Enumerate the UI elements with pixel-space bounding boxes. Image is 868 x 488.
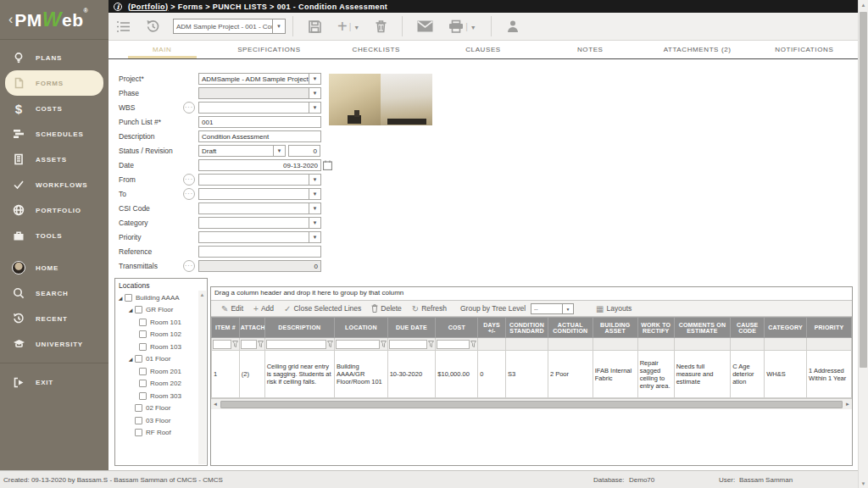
punch-item-row[interactable]: 1 (2) Ceiling grid near entry is sagging… (212, 351, 852, 398)
tree-node-floor[interactable]: ◢GR Floor (115, 304, 207, 317)
add-dropdown-icon[interactable]: ▼ (349, 22, 360, 31)
from-lookup-button[interactable]: ··· (183, 174, 195, 186)
tab-checklists[interactable]: CHECKLISTS (323, 41, 430, 58)
column-header[interactable]: WORK TO RECTIFY (637, 318, 674, 338)
print-button[interactable]: ▼ (448, 19, 476, 33)
category-select[interactable] (198, 217, 309, 229)
print-dropdown-icon[interactable]: ▼ (465, 22, 476, 31)
filter-funnel-icon[interactable] (428, 341, 434, 347)
filter-funnel-icon[interactable] (258, 341, 264, 347)
tree-expander-icon[interactable]: ◢ (117, 295, 124, 301)
column-header[interactable]: PRIORITY (807, 318, 852, 338)
cell-attach-count[interactable]: (2) (239, 351, 264, 398)
chevron-down-icon[interactable]: ▼ (309, 202, 321, 214)
add-row-button[interactable]: +Add (253, 304, 274, 313)
tree-node-room[interactable]: Room 101 (115, 316, 207, 329)
scroll-up-icon[interactable]: ▲ (198, 291, 206, 299)
sidebar-item-costs[interactable]: $ COSTS (0, 96, 108, 121)
photo-thumbnail-1[interactable] (329, 74, 381, 125)
tree-level-value[interactable]: -- (531, 303, 563, 314)
sidebar-item-tools[interactable]: TOOLS (0, 223, 108, 248)
delete-row-button[interactable]: Delete (371, 304, 402, 313)
tab-notes[interactable]: NOTES (537, 41, 643, 58)
project-select[interactable]: ADMSample - ADM Sample Project (198, 73, 309, 85)
transmittals-lookup-button[interactable]: ··· (183, 260, 195, 272)
sidebar-item-university[interactable]: UNIVERSITY (0, 331, 108, 357)
tree-node-room[interactable]: Room 201 (115, 365, 207, 378)
reference-input[interactable] (198, 246, 321, 258)
tree-node-room[interactable]: Room 303 (115, 390, 207, 402)
filter-funnel-icon[interactable] (470, 341, 476, 347)
tree-checkbox[interactable] (125, 294, 132, 302)
add-button[interactable]: +▼ (337, 19, 359, 33)
column-header[interactable]: ACTUAL CONDITION (548, 318, 593, 338)
column-header[interactable]: DESCRIPTION (264, 318, 334, 338)
filter-funnel-icon[interactable] (327, 341, 333, 347)
filter-input[interactable] (336, 340, 380, 349)
priority-select[interactable] (198, 231, 309, 243)
scroll-right-icon[interactable]: ► (843, 402, 852, 407)
tree-node-roof[interactable]: RF Roof (115, 427, 207, 440)
tree-node-floor[interactable]: 02 Floor (115, 402, 207, 415)
tab-attachments[interactable]: ATTACHMENTS (2) (643, 41, 750, 58)
sidebar-item-portfolio[interactable]: PORTFOLIO (0, 197, 108, 223)
refresh-button[interactable]: ↻Refresh (412, 304, 447, 313)
page-scrollbar[interactable]: ▲ ▼ (858, 0, 868, 488)
history-icon[interactable] (146, 19, 160, 33)
tree-checkbox[interactable] (139, 343, 147, 351)
close-selected-lines-button[interactable]: ✓Close Selected Lines (284, 304, 361, 313)
tree-node-floor[interactable]: 03 Floor (115, 414, 207, 427)
collapse-sidebar-icon[interactable]: ‹ (8, 12, 13, 27)
chevron-down-icon[interactable]: ▼ (309, 188, 321, 200)
tree-checkbox[interactable] (135, 404, 142, 412)
delete-button[interactable] (375, 19, 387, 33)
filter-input[interactable] (389, 340, 428, 349)
chevron-down-icon[interactable]: ▼ (274, 145, 286, 157)
tree-checkbox[interactable] (135, 355, 142, 363)
locations-scrollbar[interactable]: ▲ (198, 291, 206, 464)
tree-checkbox[interactable] (139, 330, 147, 338)
wbs-lookup-button[interactable]: ··· (183, 102, 195, 114)
tab-main[interactable]: MAIN (108, 41, 215, 58)
sidebar-item-workflows[interactable]: WORKFLOWS (0, 172, 108, 197)
tree-checkbox[interactable] (135, 306, 142, 313)
filter-funnel-icon[interactable] (381, 341, 387, 347)
column-header[interactable]: BUILDING ASSET (593, 318, 637, 338)
tree-node-building[interactable]: ◢Building AAAA (115, 291, 207, 304)
tree-checkbox[interactable] (135, 429, 142, 436)
column-header[interactable]: CATEGORY (765, 318, 807, 338)
column-header[interactable]: ATTACH (239, 318, 264, 338)
revision-input[interactable]: 0 (288, 145, 320, 157)
to-select[interactable] (198, 188, 309, 200)
scrollbar-thumb[interactable] (220, 401, 843, 408)
chevron-down-icon[interactable]: ▼ (309, 73, 321, 85)
layouts-button[interactable]: ▦Layouts (596, 304, 632, 313)
column-header[interactable]: LOCATION (335, 318, 388, 338)
filter-input[interactable] (266, 340, 326, 349)
punch-list-number-input[interactable]: 001 (198, 116, 321, 128)
sidebar-item-recent[interactable]: RECENT (0, 306, 108, 331)
filter-input[interactable] (213, 340, 231, 349)
scroll-down-icon[interactable]: ▼ (859, 481, 868, 486)
filter-input[interactable] (437, 340, 470, 349)
filter-input[interactable] (241, 340, 257, 349)
date-input[interactable]: 09-13-2020 (198, 159, 321, 171)
info-icon[interactable]: i (114, 3, 122, 11)
tree-checkbox[interactable] (139, 392, 147, 400)
tree-checkbox[interactable] (135, 417, 142, 424)
photo-thumbnail-2[interactable] (381, 74, 432, 125)
sidebar-item-assets[interactable]: ASSETS (0, 147, 108, 172)
calendar-icon[interactable] (323, 159, 332, 171)
email-button[interactable] (417, 20, 433, 32)
scroll-up-icon[interactable]: ▲ (859, 0, 868, 10)
tab-notifications[interactable]: NOTIFICATIONS (751, 41, 858, 58)
column-header[interactable]: CAUSE CODE (731, 318, 765, 338)
tab-specifications[interactable]: SPECIFICATIONS (215, 41, 322, 58)
from-select[interactable] (198, 174, 309, 186)
sidebar-item-forms[interactable]: FORMS (5, 70, 103, 96)
sidebar-item-exit[interactable]: EXIT (0, 369, 108, 395)
sidebar-item-plans[interactable]: PLANS (0, 45, 108, 70)
tree-expander-icon[interactable]: ◢ (127, 356, 134, 362)
column-header[interactable]: CONDITION STANDARD (506, 318, 548, 338)
sidebar-item-search[interactable]: SEARCH (0, 280, 108, 306)
